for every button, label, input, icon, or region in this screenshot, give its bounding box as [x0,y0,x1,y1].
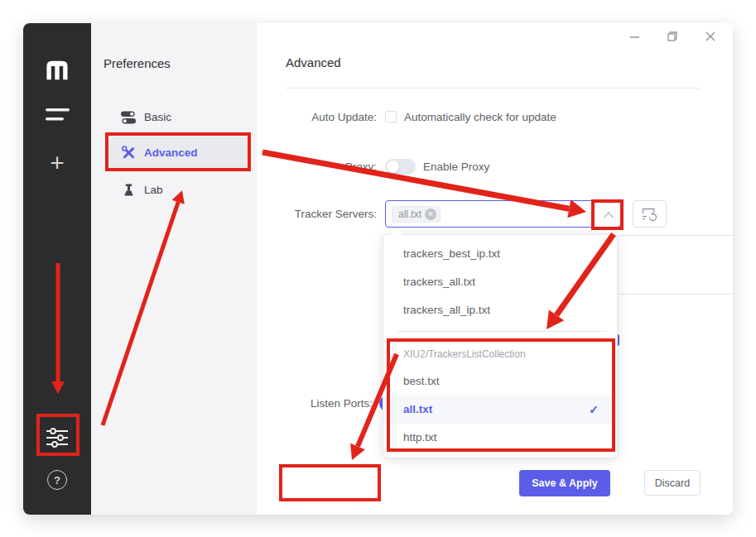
tracker-servers-row: Tracker Servers: all.txt ✕ [286,200,667,228]
toggles-icon [121,110,136,125]
tag-close-icon[interactable]: ✕ [425,209,436,220]
menu-item-label: Advanced [144,146,198,159]
new-task-button[interactable]: + [41,147,73,179]
dropdown-option[interactable]: trackers_all_ip.txt [383,296,617,324]
question-mark-icon: ? [54,474,60,487]
dropdown-arrow-notch [391,229,402,235]
motrix-preferences-window: + ? Preferences [23,23,733,515]
task-list-icon[interactable] [46,108,70,122]
dropdown-group-divider [398,331,607,332]
screenshot-root: + ? Preferences [0,0,756,537]
proxy-toggle[interactable] [385,159,416,175]
toggle-knob [387,161,399,173]
close-icon [705,31,716,42]
lab-stand-icon [121,183,136,198]
checkmark-icon: ✓ [589,396,599,424]
proxy-row: Proxy: Enable Proxy [286,158,489,175]
listen-ports-label: Listen Ports: [286,397,373,410]
auto-update-checkbox-label: Automatically check for update [404,111,556,123]
tracker-servers-label: Tracker Servers: [286,208,377,220]
preferences-button[interactable] [46,428,68,448]
close-button[interactable] [701,27,720,46]
discard-button[interactable]: Discard [644,470,701,496]
window-controls [625,27,720,46]
page-title: Advanced [286,55,341,70]
restore-icon [667,31,678,42]
help-button[interactable]: ? [47,470,67,490]
tools-icon [121,146,136,161]
menu-item-basic[interactable]: Basic [110,101,249,133]
sync-trackers-button[interactable] [633,200,667,228]
menu-item-advanced[interactable]: Advanced [110,137,249,169]
auto-update-label: Auto Update: [286,111,377,123]
menu-item-lab[interactable]: Lab [110,174,249,206]
dropdown-option-selected[interactable]: all.txt [383,396,617,424]
sync-icon [642,207,657,221]
tracker-dropdown: trackers_best_ip.txt trackers_all.txt tr… [383,234,618,458]
motrix-logo [45,60,70,81]
restore-button[interactable] [663,27,681,46]
title-divider [286,88,700,89]
action-buttons: Save & Apply Discard [519,470,701,496]
dropdown-option[interactable]: best.txt [383,367,617,396]
sidebar: + ? [23,23,91,515]
save-apply-button[interactable]: Save & Apply [519,470,610,496]
selected-tag: all.txt ✕ [392,206,441,223]
dropdown-option[interactable]: trackers_all.txt [383,268,617,296]
menu-item-label: Lab [144,184,163,196]
chevron-up-icon[interactable] [603,211,614,218]
minimize-button[interactable] [625,27,643,46]
dropdown-option[interactable]: http.txt [383,424,617,452]
auto-update-checkbox[interactable] [385,111,397,122]
dropdown-option[interactable]: trackers_best_ip.txt [383,240,617,268]
proxy-label: Proxy: [286,161,377,173]
panel-title: Preferences [104,56,171,70]
sliders-icon [46,428,68,448]
auto-update-row: Auto Update: Automatically check for upd… [286,108,556,125]
tracker-list-textarea[interactable] [615,235,733,295]
tracker-servers-select[interactable]: all.txt ✕ [385,200,621,228]
proxy-toggle-label: Enable Proxy [423,161,489,173]
preferences-panel: Preferences Basic [91,23,257,515]
dropdown-group-label: XIU2/TrackersListCollection [383,343,617,365]
tag-label: all.txt [398,209,421,220]
minimize-icon [629,31,640,42]
menu-item-label: Basic [144,111,171,123]
